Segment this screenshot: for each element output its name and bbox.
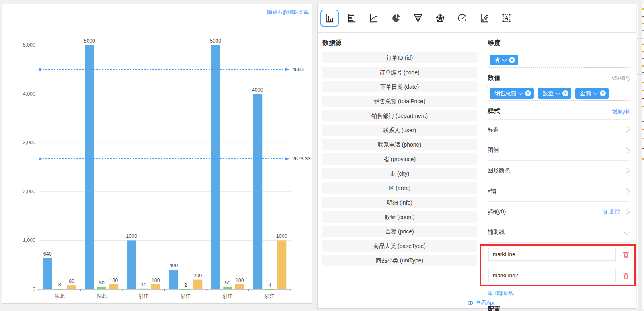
chip-remove-icon[interactable]: × (562, 90, 568, 96)
style-item-y轴(y0)[interactable]: y轴(y0)删除 (488, 202, 630, 222)
style-item-图形颜色[interactable]: 图形颜色 (488, 161, 630, 181)
add-aux-line-link[interactable]: 添加辅助线 (488, 290, 514, 297)
y-axis-number-label: y轴编号 (612, 75, 631, 82)
bar-segment (181, 289, 190, 290)
bar-value-label: 1000 (276, 233, 287, 239)
datasource-field[interactable]: 联系电话 (phone) (322, 139, 477, 150)
bar-value-label: 4000 (252, 87, 263, 93)
clipped-text-fragment (642, 129, 644, 130)
style-item-标题[interactable]: 标题 (488, 120, 630, 140)
chevron-down-icon (624, 229, 630, 235)
datasource-field[interactable]: 区 (area) (322, 182, 477, 194)
chip-remove-icon[interactable]: × (600, 90, 606, 96)
datasource-field[interactable]: 商品大类 (baseType) (322, 240, 477, 252)
toolbar-horizontal-bar-chart-icon[interactable] (343, 10, 361, 27)
datasource-field[interactable]: 销售部门 (department) (322, 110, 477, 121)
chevron-down-icon[interactable] (556, 90, 560, 95)
bar-value-label: 8 (58, 282, 61, 288)
chevron-right-icon (624, 209, 630, 215)
chip-remove-icon[interactable]: × (509, 57, 515, 63)
scrollbar-track[interactable] (638, 4, 642, 309)
view-api-label: 查看Api (476, 299, 494, 307)
datasource-field[interactable]: 明细 (info) (322, 197, 477, 208)
toolbar-text-widget-icon[interactable]: A (497, 10, 516, 27)
toolbar-line-chart-icon[interactable] (365, 10, 383, 27)
chevron-down-icon[interactable] (518, 90, 523, 95)
bar-value-label: 4 (268, 282, 271, 288)
delete-markline-button[interactable] (622, 272, 630, 279)
style-item-x轴[interactable]: x轴 (488, 181, 630, 202)
datasource-field[interactable]: 金额 (price) (322, 226, 477, 237)
value-chip[interactable]: 销售总额× (490, 88, 534, 99)
style-list: 标题图例图形颜色x轴y轴(y0)删除辅助线 (488, 119, 630, 243)
svg-text:3,000: 3,000 (23, 140, 35, 145)
view-api-link[interactable]: 查看Api (467, 299, 494, 307)
datasource-field[interactable]: 联系人 (user) (322, 125, 477, 136)
bar-value-label: 5000 (84, 38, 95, 44)
bar-segment (211, 45, 220, 289)
hide-right-menu-link[interactable]: 隐藏右侧编辑菜单 (267, 9, 309, 16)
trash-icon (622, 251, 630, 258)
dimension-dropzone[interactable]: 省× (487, 53, 631, 68)
bar-value-label: 100 (236, 278, 244, 283)
svg-text:1,000: 1,000 (23, 237, 35, 243)
chevron-right-icon (624, 147, 630, 153)
delete-y-axis-button[interactable]: 删除 (602, 208, 621, 215)
datasource-field[interactable]: 订单ID (id) (322, 52, 477, 63)
bar-segment (67, 285, 76, 289)
datasource-field[interactable]: 订单编号 (code) (322, 67, 477, 78)
markline-dot (39, 157, 42, 160)
datasource-field[interactable]: 市 (city) (322, 168, 477, 179)
datasource-field[interactable]: 商品小类 (uniType) (322, 255, 477, 266)
toolbar-funnel-chart-icon[interactable] (409, 10, 427, 27)
toolbar-bar-chart-icon[interactable] (320, 10, 339, 27)
datasource-field[interactable]: 下单日期 (date) (322, 81, 477, 92)
style-item-辅助线[interactable]: 辅助线 (488, 222, 630, 243)
markline-name-input[interactable] (488, 248, 616, 261)
markline-highlight-box (480, 244, 636, 286)
toolbar-gauge-chart-icon[interactable] (453, 10, 472, 27)
clipped-text-fragment (642, 65, 644, 67)
bar-segment (85, 45, 94, 289)
bar-segment (151, 284, 160, 289)
markline-row (488, 269, 630, 282)
markline-name-input[interactable] (488, 269, 616, 282)
toolbar-pie-chart-icon[interactable] (387, 10, 405, 27)
toolbar-scatter-chart-icon[interactable] (475, 10, 494, 27)
bar-segment (97, 287, 106, 289)
value-chip[interactable]: 数量× (538, 88, 571, 99)
bar-value-label: 200 (193, 273, 202, 278)
svg-text:0: 0 (33, 286, 35, 292)
datasource-column: 数据源 订单ID (id)订单编号 (code)下单日期 (date)销售总额 … (318, 33, 482, 308)
chip-remove-icon[interactable]: × (525, 90, 531, 96)
value-chip[interactable]: 金额× (575, 88, 609, 99)
delete-markline-button[interactable] (622, 251, 630, 258)
chevron-down-icon[interactable] (502, 57, 507, 61)
style-item-label: x轴 (488, 188, 496, 195)
x-category-label: 浙江 (180, 293, 191, 299)
markline-dot (39, 68, 42, 71)
trash-outline-icon (602, 209, 608, 215)
x-category-label: 湖北 (55, 293, 65, 299)
datasource-field[interactable]: 省 (province) (322, 153, 477, 165)
value-dropzone[interactable]: 销售总额×数量×金额× (487, 86, 631, 101)
chevron-down-icon[interactable] (593, 90, 597, 95)
bar-segment (55, 289, 64, 290)
clipped-text-fragment (642, 121, 644, 122)
chart-type-toolbar: A (318, 4, 636, 33)
bar-value-label: 100 (152, 278, 160, 283)
toolbar-radar-chart-icon[interactable] (431, 10, 449, 27)
clipped-text-fragment (642, 106, 644, 107)
markline-value-label: 2673.33 (292, 156, 310, 162)
datasource-field[interactable]: 数量 (count) (322, 211, 477, 223)
style-title: 样式 (488, 107, 500, 115)
clipped-text-fragment (642, 98, 644, 99)
style-item-图例[interactable]: 图例 (488, 140, 630, 161)
bar-segment (277, 240, 286, 289)
clipped-text-fragment (642, 138, 644, 139)
chip-label: 数量 (543, 90, 554, 97)
add-y-axis-link[interactable]: 增加y轴 (612, 108, 631, 115)
dimension-chip[interactable]: 省× (490, 55, 518, 65)
datasource-field[interactable]: 销售总额 (totalPrice) (322, 96, 477, 107)
clipped-text-fragment (642, 23, 644, 24)
